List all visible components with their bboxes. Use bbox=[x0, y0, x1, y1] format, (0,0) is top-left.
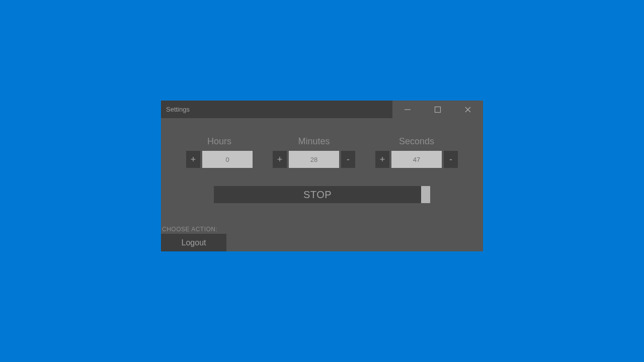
seconds-input[interactable] bbox=[391, 151, 442, 168]
titlebar-menu-area: Settings bbox=[161, 101, 392, 118]
footer: CHOOSE ACTION: Logout bbox=[161, 226, 226, 251]
timer-row: Hours + Minutes + - Seconds + bbox=[161, 136, 483, 168]
hours-plus-button[interactable]: + bbox=[186, 151, 200, 168]
seconds-group: Seconds + - bbox=[375, 136, 458, 168]
close-button[interactable] bbox=[453, 101, 483, 118]
main-button-dropdown[interactable] bbox=[421, 186, 430, 203]
seconds-stepper: + - bbox=[375, 151, 458, 168]
window-controls bbox=[392, 101, 483, 118]
titlebar: Settings bbox=[161, 101, 483, 118]
svg-rect-1 bbox=[435, 107, 441, 112]
minutes-group: Minutes + - bbox=[273, 136, 355, 168]
content-area: Hours + Minutes + - Seconds + bbox=[161, 118, 483, 203]
seconds-label: Seconds bbox=[399, 136, 434, 147]
minimize-icon bbox=[404, 106, 411, 113]
hours-group: Hours + bbox=[186, 136, 253, 168]
seconds-plus-button[interactable]: + bbox=[375, 151, 389, 168]
stop-button[interactable]: STOP bbox=[214, 186, 421, 203]
minimize-button[interactable] bbox=[392, 101, 423, 118]
app-window: Settings Hours + Minutes bbox=[161, 101, 483, 251]
maximize-button[interactable] bbox=[423, 101, 453, 118]
settings-menu[interactable]: Settings bbox=[166, 106, 190, 113]
close-icon bbox=[464, 106, 471, 113]
minutes-plus-button[interactable]: + bbox=[273, 151, 287, 168]
minutes-input[interactable] bbox=[289, 151, 339, 168]
minutes-label: Minutes bbox=[298, 136, 330, 147]
minutes-stepper: + - bbox=[273, 151, 355, 168]
choose-action-label: CHOOSE ACTION: bbox=[161, 226, 226, 233]
hours-input[interactable] bbox=[202, 151, 253, 168]
main-button-container: STOP bbox=[214, 186, 430, 203]
hours-stepper: + bbox=[186, 151, 253, 168]
main-button-row: STOP bbox=[161, 186, 483, 203]
seconds-minus-button[interactable]: - bbox=[444, 151, 458, 168]
maximize-icon bbox=[434, 106, 441, 113]
hours-label: Hours bbox=[207, 136, 231, 147]
minutes-minus-button[interactable]: - bbox=[341, 151, 355, 168]
action-select[interactable]: Logout bbox=[161, 234, 226, 251]
